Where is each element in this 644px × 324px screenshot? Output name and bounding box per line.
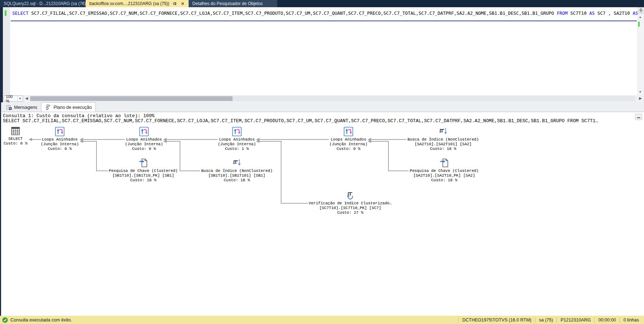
- plan-node-cost: Custo: 0 %: [4, 141, 27, 146]
- results-tab-messages[interactable]: Mensagens: [3, 103, 41, 112]
- plan-node-label: SELECT: [8, 137, 23, 141]
- status-user: sa (75): [535, 317, 557, 323]
- index-seek-icon: [232, 158, 242, 168]
- plan-node-label: Loops Aninhados: [126, 137, 162, 142]
- status-elapsed-time: 00:00:00: [594, 317, 620, 323]
- plan-node-cost: Custo: 0 %: [337, 147, 360, 151]
- plan-node-cost: Custo: 27 %: [337, 210, 364, 215]
- plan-node-key-lookup-sa2[interactable]: Pesquisa de Chave (Clustered) [SA2T10].[…: [406, 158, 482, 183]
- messages-icon: [6, 105, 12, 110]
- plan-node-cost: Custo: 1 %: [225, 147, 249, 151]
- zoom-value: 100 %: [6, 94, 17, 103]
- editor-vertical-scrollbar[interactable]: ▲ ▼: [638, 7, 644, 95]
- plan-node-cost: Custo: 0 %: [48, 147, 72, 151]
- clustered-index-scan-icon: [345, 190, 356, 200]
- horizontal-scrollbar[interactable]: [30, 96, 635, 101]
- execution-plan-icon: [45, 105, 51, 110]
- results-tab-label: Plano de execução: [54, 105, 92, 110]
- plan-node-nested-loops-3[interactable]: Loops Aninhados (Junção Interna) Custo: …: [212, 127, 262, 151]
- plan-node-nested-loops-4[interactable]: Loops Aninhados (Junção Interna) Custo: …: [323, 127, 374, 151]
- sql-code-line[interactable]: SELECT SC7.C7_FILIAL,SC7.C7_EMISSAO,SC7.…: [12, 10, 644, 16]
- result-grid-icon: [10, 127, 21, 136]
- status-database: P1212310ARG: [557, 317, 594, 323]
- tab-label: backoffice.sv.com....212310ARG (sa (75)): [89, 1, 169, 6]
- plan-node-object: [SB1T10].[SB1T101] [SB1]: [208, 173, 265, 178]
- plan-node-label: Loops Aninhados: [219, 137, 255, 142]
- status-bar: Consulta executada com êxito. DCTHEO1975…: [0, 316, 644, 324]
- nested-loops-icon: [139, 127, 149, 137]
- key-lookup-icon: [439, 158, 449, 168]
- nested-loops-icon: [231, 127, 242, 137]
- plan-node-object: [SB1T10].[SB1T10_PK] [SB1]: [112, 173, 174, 178]
- results-tab-execution-plan[interactable]: Plano de execução: [41, 102, 96, 112]
- chevron-down-icon: ▼: [17, 96, 23, 101]
- scroll-right-icon[interactable]: ▶: [639, 96, 642, 100]
- plan-node-select[interactable]: SELECT Custo: 0 %: [1, 127, 30, 146]
- plan-node-label: Pesquisa de Chave (Clustered): [410, 169, 478, 173]
- status-server: DCTHEO1975\TOTVS (16.0 RTM): [458, 317, 535, 323]
- plan-node-index-seek-sb1[interactable]: Busca de Índice (NonClustered) [SB1T10].…: [197, 158, 276, 183]
- plan-node-sublabel: (Junção Interna): [218, 142, 256, 147]
- horizontal-scrollbar-thumb[interactable]: [30, 96, 233, 101]
- tab-object-explorer-details[interactable]: Detalhes do Pesquisador de Objetos: [189, 0, 277, 7]
- plan-node-label: Loops Aninhados: [42, 137, 77, 142]
- plan-node-label: Busca de Índice (NonClustered): [407, 137, 479, 142]
- status-row-count: 0 linhas: [620, 317, 644, 323]
- tab-label: Detalhes do Pesquisador de Objetos: [192, 1, 262, 6]
- plan-node-nested-loops-1[interactable]: Loops Aninhados (Junção Interna) Custo: …: [35, 127, 85, 151]
- plan-node-clustered-index-scan-sc7[interactable]: Verificação de Indice Clusterizado… [SC7…: [305, 190, 395, 215]
- plan-node-label: Verificação de Indice Clusterizado…: [309, 201, 392, 206]
- plan-node-object: [SA2T10].[SA2T101] [SA2]: [415, 142, 472, 147]
- sql-editor[interactable]: SELECT SC7.C7_FILIAL,SC7.C7_EMISSAO,SC7.…: [0, 7, 644, 95]
- plan-node-cost: Custo: 18 %: [130, 178, 157, 183]
- statement-underline: [11, 21, 637, 21]
- scroll-down-icon[interactable]: ▼: [639, 90, 642, 94]
- scroll-left-icon[interactable]: ◀: [25, 96, 28, 100]
- plan-node-label: Pesquisa de Chave (Clustered): [109, 169, 177, 173]
- plan-node-nested-loops-2[interactable]: Loops Aninhados (Junção Interna) Custo: …: [119, 127, 169, 151]
- plan-node-cost: Custo: 18 %: [430, 147, 456, 151]
- plan-node-label: Loops Aninhados: [330, 137, 366, 142]
- zoom-select[interactable]: 100 % ▼: [4, 96, 23, 102]
- plan-node-object: [SA2T10].[SA2T10_PK] [SA2]: [413, 173, 475, 178]
- status-right-group: DCTHEO1975\TOTVS (16.0 RTM) sa (75) P121…: [458, 316, 644, 324]
- plan-node-label: Busca de Índice (NonClustered): [201, 169, 273, 173]
- plan-node-key-lookup-sb1[interactable]: Pesquisa de Chave (Clustered) [SB1T10].[…: [105, 158, 181, 183]
- results-tab-strip: Mensagens Plano de execução: [0, 102, 644, 112]
- plan-node-sublabel: (Junção Interna): [329, 142, 368, 147]
- plan-node-sublabel: (Junção Interna): [125, 142, 163, 147]
- tab-label: SQLQuery22.sql - D...212310ARG (sa (76))…: [4, 1, 89, 6]
- splitter-handle[interactable]: [638, 7, 644, 14]
- nested-loops-icon: [54, 127, 65, 137]
- index-seek-icon: [438, 127, 448, 137]
- plan-node-sublabel: (Junção Interna): [41, 142, 79, 147]
- plan-node-cost: Custo: 18 %: [224, 178, 250, 183]
- status-message: Consulta executada com êxito.: [2, 317, 72, 323]
- success-check-icon: [2, 317, 8, 323]
- plan-node-object: [SC7T10].[SC7T10_PK] [SC7]: [319, 206, 381, 210]
- execution-plan-panel: Consulta 1: Custo da consulta (relativo …: [0, 112, 644, 316]
- document-tab-bar: SQLQuery22.sql - D...212310ARG (sa (76))…: [0, 0, 644, 7]
- close-icon[interactable]: ✕: [180, 1, 185, 6]
- results-tab-label: Mensagens: [14, 105, 37, 110]
- scrollbar-change-mark: [638, 22, 640, 27]
- tab-backoffice-active[interactable]: backoffice.sv.com....212310ARG (sa (75))…: [86, 0, 189, 7]
- plan-node-index-seek-sa2[interactable]: Busca de Índice (NonClustered) [SA2T10].…: [404, 127, 483, 151]
- nested-loops-icon: [343, 127, 354, 137]
- key-lookup-icon: [138, 158, 148, 168]
- change-tracking-bar: [5, 10, 6, 16]
- editor-gutter: [3, 7, 10, 95]
- editor-hscroll-row: 100 % ▼ ◀ ▶: [0, 95, 644, 102]
- pin-icon[interactable]: [172, 1, 177, 6]
- status-message-text: Consulta executada com êxito.: [10, 318, 72, 323]
- plan-node-cost: Custo: 18 %: [431, 178, 458, 183]
- tab-sqlquery22[interactable]: SQLQuery22.sql - D...212310ARG (sa (76))…: [0, 0, 86, 7]
- scroll-up-icon[interactable]: ▲: [639, 15, 642, 19]
- plan-node-cost: Custo: 0 %: [132, 147, 156, 151]
